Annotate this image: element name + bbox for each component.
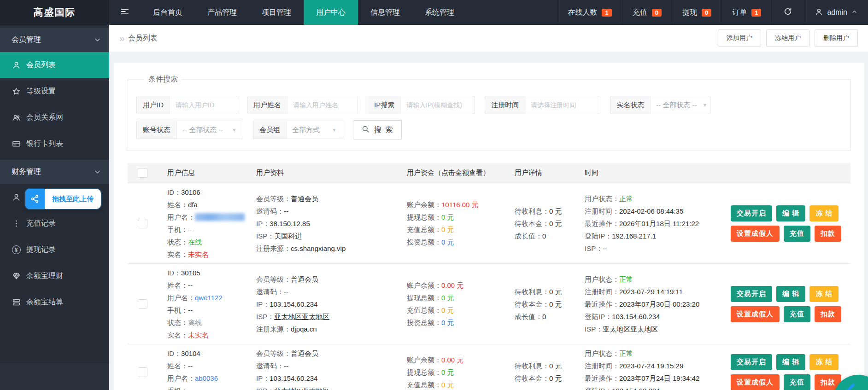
table-header: 用户信息用户资料用户资金（点击金额查看）用户详情时间 (128, 163, 850, 183)
search-button[interactable]: 搜 索 (353, 120, 402, 140)
stat-label: 订单 (732, 8, 747, 17)
sidebar-toggle-button[interactable] (109, 0, 141, 25)
field-value[interactable]: 0 元 (441, 213, 454, 221)
field-value[interactable]: 0 元 (441, 319, 454, 326)
row-action-1[interactable]: 交易开启 (731, 354, 772, 370)
nav-item-5[interactable]: 信息管理 (358, 0, 412, 25)
search-field-4: 注册时间 (485, 96, 600, 114)
field-label: ISP： (585, 244, 603, 252)
row-action-2[interactable]: 编 辑 (776, 354, 805, 370)
sidebar-footer (0, 363, 109, 390)
row-action-1[interactable]: 交易开启 (731, 205, 772, 221)
field-line: 提现总额：0 元 (407, 291, 515, 304)
search-input-2[interactable] (287, 96, 358, 114)
search-input-1[interactable] (170, 96, 237, 114)
nav-stat-2[interactable]: 充值0 (622, 0, 672, 25)
nav-item-2[interactable]: 产品管理 (195, 0, 249, 25)
nav-item-6[interactable]: 系统管理 (412, 0, 467, 25)
chevron-down-icon (93, 168, 102, 176)
field-label: 状态： (167, 238, 188, 246)
search-select-5[interactable]: -- 全部状态 -- (651, 96, 702, 114)
row-action-5[interactable]: 充值 (784, 226, 810, 242)
field-line: 用户名： (167, 211, 256, 223)
refresh-button[interactable] (771, 0, 804, 25)
table-body: ID：30106姓名：dfa用户名：手机：--状态：在线实名：未实名会员等级：普… (128, 183, 850, 390)
row-action-3[interactable]: 冻 结 (809, 354, 839, 370)
row-action-2[interactable]: 编 辑 (776, 286, 805, 302)
row-action-4[interactable]: 设置成假人 (731, 226, 780, 242)
sidebar-item-9[interactable]: ¥提现记录 (0, 237, 109, 263)
field-value[interactable]: 0 元 (441, 238, 454, 246)
nav-stat-4[interactable]: 订单1 (721, 0, 771, 25)
field-value: 亚太地区亚太地区 (274, 313, 329, 320)
username-link[interactable]: qwe1122 (195, 294, 223, 302)
row-actions-cell: 交易开启编 辑冻 结设置成假人充值扣款 (731, 205, 847, 242)
field-value[interactable]: 0 元 (441, 368, 454, 376)
nav-item-4[interactable]: 用户中心 (304, 0, 358, 25)
field-value[interactable]: 0.00 元 (441, 356, 463, 364)
search-input-4[interactable] (525, 96, 600, 114)
field-value: 0 元 (549, 374, 562, 382)
field-label: 提现总额： (407, 368, 441, 376)
field-value[interactable]: 0 元 (441, 294, 454, 302)
field-value: 103.154.60.234 (612, 387, 660, 390)
field-label: 用户名： (167, 294, 195, 302)
field-line: IP：103.154.60.234 (256, 298, 407, 310)
row-checkbox[interactable] (138, 299, 147, 309)
row-checkbox[interactable] (138, 219, 147, 228)
row-action-4[interactable]: 设置成假人 (731, 374, 780, 390)
search-select-6[interactable]: -- 全部状态 -- (177, 121, 232, 139)
row-action-6[interactable]: 扣款 (815, 306, 841, 322)
row-action-1[interactable]: 交易开启 (731, 286, 772, 302)
field-value[interactable]: 0 元 (441, 226, 454, 233)
sidebar-item-8[interactable]: 充值记录 (0, 210, 109, 237)
row-action-5[interactable]: 充值 (784, 306, 810, 322)
user-name: admin (827, 8, 847, 17)
search-input-3[interactable] (401, 96, 475, 114)
user-info-cell: ID：30106姓名：dfa用户名：手机：--状态：在线实名：未实名 (167, 186, 256, 261)
page-action-3[interactable]: 删除用户 (815, 29, 858, 47)
row-action-3[interactable]: 冻 结 (809, 205, 839, 221)
field-value[interactable]: 10116.00 元 (441, 201, 479, 209)
row-action-5[interactable]: 充值 (784, 374, 810, 390)
row-checkbox[interactable] (138, 367, 147, 377)
user-info-cell: ID：30104姓名：--用户名：ab0036手机：-- (167, 347, 256, 390)
row-action-4[interactable]: 设置成假人 (731, 306, 780, 322)
sidebar-header-6[interactable]: 财务管理 (0, 160, 109, 184)
username-link[interactable]: ab0036 (195, 374, 218, 382)
field-label: 账户余额： (407, 201, 441, 209)
page-action-2[interactable]: 冻结用户 (766, 29, 809, 47)
user-funds-cell: 账户余额：0.00 元提现总额：0 元充值总额：0 元 (407, 354, 515, 390)
sidebar-item-4[interactable]: 会员关系网 (0, 105, 109, 131)
nav-item-1[interactable]: 后台首页 (141, 0, 195, 25)
row-action-6[interactable]: 扣款 (815, 226, 841, 242)
sidebar-item-11[interactable]: 余额宝结算 (0, 289, 109, 315)
nav-stat-3[interactable]: 提现0 (672, 0, 721, 25)
field-value: 普通会员 (291, 275, 318, 283)
sidebar-item-5[interactable]: 银行卡列表 (0, 131, 109, 157)
sidebar-header-1[interactable]: 会员管理 (0, 28, 109, 52)
sidebar-item-2[interactable]: 会员列表 (0, 52, 109, 78)
page-action-1[interactable]: 添加用户 (718, 29, 761, 47)
search-select-7[interactable]: 全部方式 (287, 121, 332, 139)
field-value[interactable]: 0 元 (441, 306, 454, 314)
breadcrumb-bar: » 会员列表 添加用户冻结用户删除用户 (109, 25, 868, 52)
stat-badge: 0 (652, 9, 662, 17)
row-actions-cell: 交易开启编 辑冻 结设置成假人充值扣款 (731, 354, 847, 390)
sidebar-item-3[interactable]: 等级设置 (0, 78, 109, 105)
user-menu[interactable]: admin (804, 0, 868, 25)
field-line: 账户余额：0.00 元 (407, 354, 515, 366)
field-label: 待收利息： (515, 288, 549, 296)
field-value: -- (284, 288, 288, 296)
row-action-3[interactable]: 冻 结 (809, 286, 839, 302)
nav-item-3[interactable]: 项目管理 (249, 0, 304, 25)
sidebar-item-10[interactable]: 余额宝理财 (0, 263, 109, 289)
nav-stat-1[interactable]: 在线人数1 (557, 0, 622, 25)
select-all-checkbox[interactable] (138, 168, 147, 178)
field-label: 会员等级： (256, 349, 291, 357)
field-value[interactable]: 0.00 元 (441, 281, 463, 289)
field-label: 成长值： (515, 232, 542, 240)
row-action-2[interactable]: 编 辑 (776, 205, 805, 221)
field-line: 登陆IP：103.154.60.234 (585, 310, 731, 323)
field-value[interactable]: 0 元 (441, 381, 454, 389)
